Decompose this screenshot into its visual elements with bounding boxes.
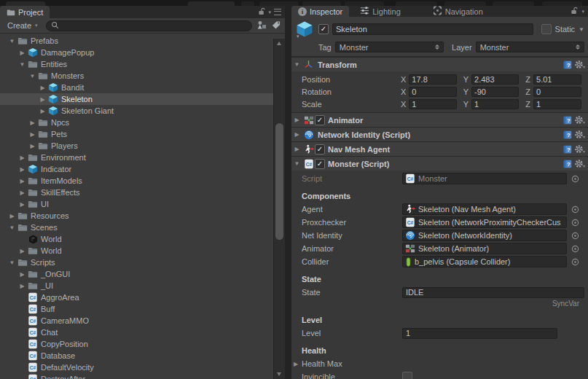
search-by-type-icon[interactable] — [257, 20, 267, 31]
component-header-animator[interactable]: ▶✓Animator?▾ — [291, 112, 588, 127]
component-header-monster-script[interactable]: ▼C#✓Monster (Script)?▾ — [291, 156, 588, 171]
tab-navigation[interactable]: Navigation — [426, 6, 490, 17]
gameobject-name-input[interactable] — [332, 23, 533, 35]
tag-dropdown[interactable]: Monster — [335, 42, 444, 52]
foldout-closed-icon[interactable]: ▶ — [17, 190, 27, 196]
search-box[interactable] — [46, 20, 253, 31]
search-input[interactable] — [62, 20, 248, 31]
gameobject-icon[interactable]: ▾ — [296, 20, 315, 38]
component-enabled-checkbox[interactable]: ✓ — [315, 144, 325, 155]
foldout-open-icon[interactable]: ▼ — [17, 61, 27, 68]
foldout-closed-icon[interactable]: ▶ — [7, 213, 17, 219]
panel-divider[interactable] — [285, 6, 291, 379]
tree-item-database[interactable]: C#Database — [0, 350, 285, 362]
foldout-closed-icon[interactable]: ▶ — [17, 201, 27, 208]
object-picker-icon[interactable] — [571, 206, 579, 214]
gear-icon[interactable]: ▾ — [574, 159, 585, 168]
position-y-field[interactable] — [471, 74, 519, 85]
foldout-open-icon[interactable]: ▼ — [291, 160, 302, 167]
foldout-closed-icon[interactable]: ▶ — [291, 146, 302, 152]
foldout-open-icon[interactable]: ▼ — [7, 38, 17, 44]
rotation-x-field[interactable] — [409, 87, 456, 97]
tree-item-aggroarea[interactable]: C#AggroArea — [0, 292, 285, 303]
tree-item-bandit[interactable]: ▶Bandit — [0, 82, 285, 93]
scrollbar-thumb[interactable] — [275, 123, 283, 240]
script-object-field[interactable]: C#Monster — [402, 173, 567, 184]
create-button[interactable]: Create ▾ — [4, 20, 41, 31]
foldout-open-icon[interactable]: ▼ — [7, 259, 17, 266]
help-icon[interactable]: ? — [563, 116, 572, 125]
foldout-closed-icon[interactable]: ▶ — [17, 166, 27, 173]
panel-menu-arrow-icon[interactable]: ▾ — [581, 9, 584, 15]
tree-item-environment[interactable]: ▶Environment — [0, 152, 285, 163]
gear-icon[interactable]: ▾ — [574, 60, 585, 69]
foldout-closed-icon[interactable]: ▶ — [38, 108, 47, 114]
level-input[interactable] — [402, 328, 557, 339]
scroll-down-icon[interactable] — [277, 372, 281, 376]
tree-item-itemmodels[interactable]: ▶ItemModels — [0, 175, 285, 187]
component-enabled-checkbox[interactable]: ✓ — [315, 159, 325, 169]
tree-item-skeleton[interactable]: ▶Skeleton — [0, 93, 285, 105]
foldout-open-icon[interactable]: ▼ — [7, 224, 17, 231]
foldout-closed-icon[interactable]: ▶ — [38, 85, 47, 91]
static-dropdown-icon[interactable]: ▼ — [579, 26, 584, 33]
object-picker-icon[interactable] — [571, 245, 579, 253]
foldout-closed-icon[interactable]: ▶ — [28, 143, 37, 149]
invincible-checkbox[interactable] — [402, 372, 412, 379]
tree-item-chat[interactable]: C#Chat — [0, 327, 285, 338]
tab-inspector[interactable]: i Inspector — [291, 6, 349, 17]
foldout-closed-icon[interactable]: ▶ — [17, 178, 27, 184]
tree-item-ui[interactable]: ▶UI — [0, 198, 285, 210]
tree-item-copyposition[interactable]: C#CopyPosition — [0, 338, 285, 350]
foldout-closed-icon[interactable]: ▶ — [17, 248, 27, 254]
scale-x-field[interactable] — [409, 99, 456, 109]
layer-dropdown[interactable]: Monster — [476, 42, 584, 52]
tree-item-destroyafter[interactable]: C#DestroyAfter — [0, 373, 285, 379]
foldout-closed-icon[interactable]: ▶ — [291, 131, 302, 138]
foldout-closed-icon[interactable]: ▶ — [38, 96, 47, 103]
component-header-network-identity-script[interactable]: ▶Network Identity (Script)?▾ — [291, 127, 588, 141]
collider-object-field[interactable]: b_pelvis (Capsule Collider) — [402, 256, 567, 267]
object-picker-icon[interactable] — [571, 175, 579, 183]
tree-item-npcs[interactable]: ▶Npcs — [0, 117, 285, 128]
tree-item-prefabs[interactable]: ▼Prefabs — [0, 35, 285, 47]
tree-item-skilleffects[interactable]: ▶SkillEffects — [0, 187, 285, 198]
help-icon[interactable]: ? — [563, 160, 572, 168]
object-picker-icon[interactable] — [571, 258, 579, 266]
static-checkbox[interactable] — [541, 24, 552, 34]
lock-icon[interactable] — [258, 7, 266, 17]
tree-item-players[interactable]: ▶Players — [0, 140, 285, 152]
tree-item-buff[interactable]: C#Buff — [0, 303, 285, 315]
help-icon[interactable]: ? — [563, 145, 572, 154]
tab-lighting[interactable]: Lighting — [353, 6, 407, 17]
tree-item-monsters[interactable]: ▼Monsters — [0, 70, 285, 82]
foldout-open-icon[interactable]: ▼ — [291, 61, 302, 68]
scroll-up-icon[interactable] — [277, 42, 281, 45]
component-header-transform[interactable]: ▼Transform?▾ — [291, 57, 588, 71]
position-z-field[interactable] — [533, 74, 581, 85]
foldout-closed-icon[interactable]: ▶ — [291, 117, 302, 123]
panel-menu-icon[interactable] — [274, 9, 281, 15]
tree-item-world[interactable]: ▶World — [0, 245, 285, 257]
tree-item-scripts[interactable]: ▼Scripts — [0, 257, 285, 268]
agent-object-field[interactable]: Skeleton (Nav Mesh Agent) — [402, 203, 567, 215]
position-x-field[interactable] — [409, 74, 456, 85]
gear-icon[interactable]: ▾ — [574, 144, 585, 154]
tab-project[interactable]: Project — [0, 6, 50, 18]
gear-icon[interactable]: ▾ — [574, 115, 585, 125]
rotation-z-field[interactable] — [533, 87, 581, 97]
tree-item-defaultvelocity[interactable]: C#DefaultVelocity — [0, 362, 285, 373]
tree-item-resources[interactable]: ▶Resources — [0, 210, 285, 222]
foldout-closed-icon[interactable]: ▶ — [17, 50, 27, 56]
foldout-closed-icon[interactable]: ▶ — [17, 283, 27, 289]
lock-icon[interactable] — [571, 7, 579, 17]
scale-y-field[interactable] — [471, 99, 519, 109]
component-header-nav-mesh-agent[interactable]: ▶✓Nav Mesh Agent?▾ — [291, 141, 588, 156]
component-enabled-checkbox[interactable]: ✓ — [315, 115, 325, 125]
tree-item-damagepopup[interactable]: ▶DamagePopup — [0, 47, 285, 58]
tree-item-camerammo[interactable]: C#CameraMMO — [0, 315, 285, 327]
help-icon[interactable]: ? — [563, 60, 572, 69]
foldout-closed-icon[interactable]: ▶ — [294, 361, 298, 367]
state-input[interactable] — [402, 287, 584, 298]
tree-item-skeleton-giant[interactable]: ▶Skeleton Giant — [0, 105, 285, 117]
